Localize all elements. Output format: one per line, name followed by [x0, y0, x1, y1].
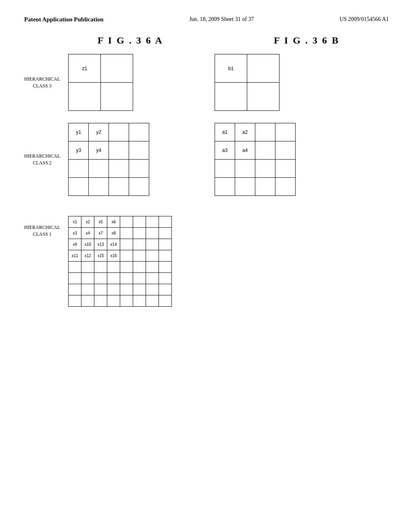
cell-empty: [107, 284, 120, 295]
cell-y2: y2: [89, 123, 109, 141]
cell-empty: [120, 239, 133, 250]
cell-empty: [94, 262, 107, 273]
cell-empty: [146, 284, 159, 295]
table-row: [69, 178, 149, 196]
cell-a4: a4: [235, 141, 255, 160]
cell-empty: [69, 160, 89, 178]
cell-empty: [159, 250, 172, 262]
cell-empty: [146, 250, 159, 262]
cell-a3: a3: [215, 141, 235, 160]
table-row: a1 a2: [215, 123, 296, 141]
cell-empty: [275, 141, 296, 160]
cell-empty: [120, 295, 133, 307]
cell-empty: [120, 216, 133, 228]
cell-empty: [133, 216, 146, 228]
cell-empty: [133, 295, 146, 307]
cell-empty: [107, 295, 120, 307]
cell-x8: x8: [107, 228, 120, 239]
cell-empty: [255, 141, 275, 160]
cell-empty: [275, 178, 296, 196]
cell-empty: [94, 273, 107, 284]
cell-y1: y1: [69, 123, 89, 141]
cell-z1: z1: [69, 54, 101, 83]
cell-empty: [146, 216, 159, 228]
cell-empty: [69, 83, 101, 111]
fig36a-class1: HIERARCHICALCLASS 1 x1 x2 x5 x6 x3 x4 x7: [24, 208, 206, 307]
table-row: [69, 295, 172, 307]
cell-x3: x3: [69, 228, 81, 239]
table-row: y1 y2: [69, 123, 149, 141]
cell-empty: [94, 295, 107, 307]
cell-x10: x10: [81, 239, 94, 250]
cell-x15: x15: [94, 250, 107, 262]
cell-empty: [159, 216, 172, 228]
cell-empty: [133, 250, 146, 262]
figure-titles-row: F I G . 3 6 A F I G . 3 6 B: [24, 35, 389, 46]
cell-empty: [235, 178, 255, 196]
cell-empty: [159, 284, 172, 295]
cell-empty: [69, 273, 81, 284]
cell-empty: [133, 284, 146, 295]
cell-empty: [81, 295, 94, 307]
table-row: [69, 160, 149, 178]
cell-x7: x7: [94, 228, 107, 239]
cell-empty: [101, 83, 133, 111]
header-right: US 2009/0154566 A1: [340, 16, 389, 23]
table-row: [69, 284, 172, 295]
class3-row: HIERARCHICALCLASS 3 z1 b1: [24, 54, 389, 111]
class2-row: HIERARCHICALCLASS 2 y1 y2 y3 y4: [24, 123, 389, 196]
cell-x9: x9: [69, 239, 81, 250]
cell-empty: [133, 228, 146, 239]
cell-empty: [120, 262, 133, 273]
cell-empty: [235, 160, 255, 178]
cell-x13: x13: [94, 239, 107, 250]
cell-empty: [146, 239, 159, 250]
cell-a2: a2: [235, 123, 255, 141]
cell-empty: [215, 83, 247, 111]
table-row: x9 x10 x13 x14: [69, 239, 172, 250]
cell-empty: [146, 295, 159, 307]
header: Patent Application Publication Jun. 18, …: [24, 16, 389, 23]
cell-empty: [69, 178, 89, 196]
cell-empty: [129, 178, 149, 196]
cell-empty: [107, 273, 120, 284]
cell-empty: [69, 284, 81, 295]
class3-label-left: HIERARCHICALCLASS 3: [24, 76, 60, 89]
table-row: a3 a4: [215, 141, 296, 160]
cell-empty: [81, 273, 94, 284]
cell-x14: x14: [107, 239, 120, 250]
cell-empty: [247, 54, 280, 83]
class1-label-left: HIERARCHICALCLASS 1: [24, 224, 60, 238]
fig36a-class1-grid: x1 x2 x5 x6 x3 x4 x7 x8: [68, 216, 172, 307]
class1-row: HIERARCHICALCLASS 1 x1 x2 x5 x6 x3 x4 x7: [24, 208, 389, 307]
cell-empty: [129, 160, 149, 178]
fig36a-class3-grid: z1: [68, 54, 133, 111]
cell-empty: [215, 178, 235, 196]
cell-empty: [255, 123, 275, 141]
cell-x4: x4: [81, 228, 94, 239]
cell-empty: [133, 239, 146, 250]
cell-empty: [255, 178, 275, 196]
cell-x1: x1: [69, 216, 81, 228]
cell-empty: [275, 160, 296, 178]
table-row: b1: [215, 54, 280, 83]
cell-empty: [69, 295, 81, 307]
cell-empty: [159, 262, 172, 273]
cell-empty: [120, 273, 133, 284]
cell-empty: [255, 160, 275, 178]
cell-empty: [81, 284, 94, 295]
table-row: [69, 83, 133, 111]
table-row: [215, 160, 296, 178]
header-left: Patent Application Publication: [24, 16, 104, 23]
cell-empty: [89, 178, 109, 196]
cell-empty: [159, 295, 172, 307]
fig36a-class2: HIERARCHICALCLASS 2 y1 y2 y3 y4: [24, 123, 206, 196]
cell-empty: [89, 160, 109, 178]
cell-empty: [120, 228, 133, 239]
cell-empty: [275, 123, 296, 141]
fig36b-class2-grid: a1 a2 a3 a4: [215, 123, 296, 196]
cell-x11: x11: [69, 250, 81, 262]
cell-b1: b1: [215, 54, 247, 83]
cell-empty: [109, 141, 129, 160]
cell-a1: a1: [215, 123, 235, 141]
